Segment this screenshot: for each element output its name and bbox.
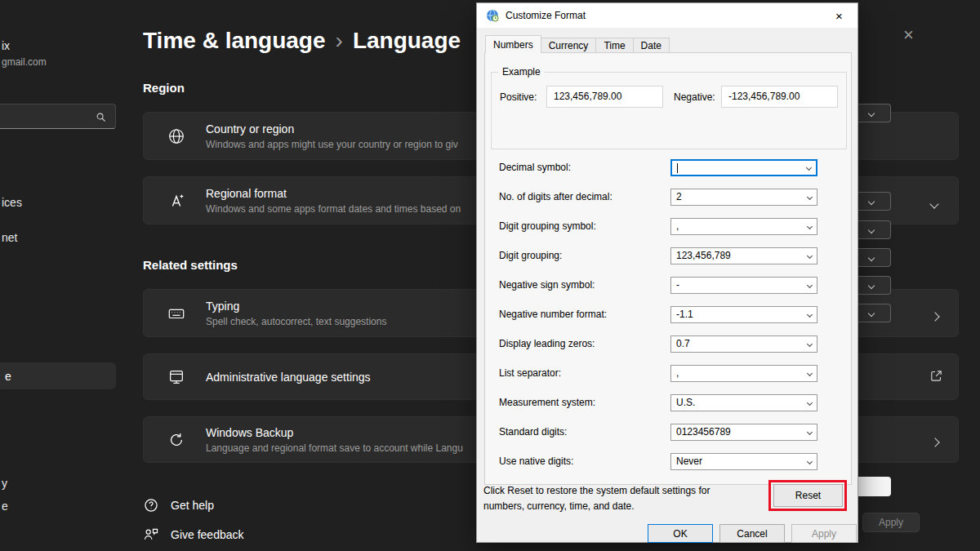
chevron-down-icon[interactable]: [802, 430, 817, 434]
button-fragment[interactable]: [858, 477, 891, 496]
combo-value: 0.7: [671, 336, 802, 352]
chevron-right-icon[interactable]: [932, 309, 938, 323]
card-text: Windows Backup Language and regional for…: [206, 426, 463, 454]
sidebar-item-label: e: [5, 370, 11, 383]
give-feedback-label: Give feedback: [171, 528, 244, 541]
row-label: Decimal symbol:: [499, 159, 571, 176]
row-label: Standard digits:: [499, 424, 567, 440]
user-email-fragment: gmail.com: [2, 56, 47, 68]
chevron-down-icon[interactable]: [802, 313, 817, 317]
negative-example-field: -123,456,789.00: [721, 86, 838, 108]
close-icon[interactable]: ×: [903, 24, 914, 46]
text-caret: [677, 163, 678, 173]
dropdown-fragment[interactable]: [858, 192, 891, 211]
chevron-down-icon: [868, 254, 875, 260]
chevron-down-icon: [868, 226, 875, 233]
negative-sign-symbol-combobox[interactable]: -: [670, 277, 817, 294]
sidebar-item-devices[interactable]: ices: [2, 196, 22, 209]
regional-format-icon: [167, 191, 186, 211]
get-help-link[interactable]: Get help: [143, 497, 214, 513]
chevron-down-icon[interactable]: [802, 460, 817, 464]
row-label: Digit grouping symbol:: [499, 218, 596, 234]
negative-number-format-combobox[interactable]: -1.1: [670, 306, 817, 323]
sidebar-item-privacy[interactable]: y: [2, 477, 7, 490]
tab-currency[interactable]: Currency: [541, 38, 597, 53]
combo-value: -: [671, 278, 802, 293]
digit-grouping-symbol-combobox[interactable]: ,: [670, 218, 817, 235]
dropdown-fragment[interactable]: [858, 104, 891, 122]
chevron-down-icon[interactable]: [802, 195, 817, 199]
card-subtitle: Spell check, autocorrect, text suggestio…: [206, 316, 386, 327]
combo-value: -1.1: [671, 307, 802, 322]
chevron-down-icon[interactable]: [801, 166, 816, 170]
chevron-down-icon[interactable]: [802, 342, 817, 346]
dropdown-fragment[interactable]: [858, 220, 891, 239]
measurement-system-combobox[interactable]: U.S.: [670, 394, 817, 411]
admin-language-icon: [167, 367, 186, 387]
combo-value: ,: [671, 366, 802, 381]
chevron-right-icon[interactable]: [932, 434, 938, 449]
search-input[interactable]: [0, 104, 116, 129]
combo-value: 0123456789: [671, 424, 802, 440]
dropdown-fragment[interactable]: [858, 248, 891, 267]
sidebar-item-time-language-selected[interactable]: e: [0, 362, 116, 389]
sidebar-item-windows-update[interactable]: e: [2, 500, 8, 513]
close-button[interactable]: ×: [821, 3, 858, 28]
digit-grouping-combobox[interactable]: 123,456,789: [670, 247, 817, 264]
tab-numbers[interactable]: Numbers: [485, 35, 541, 53]
chevron-down-icon[interactable]: [802, 283, 817, 287]
negative-label: Negative:: [674, 91, 715, 103]
desktop: ix gmail.com ices net e y e Time & langu…: [0, 0, 980, 551]
cancel-button[interactable]: Cancel: [719, 524, 785, 543]
dropdown-fragment[interactable]: [858, 304, 891, 322]
standard-digits-combobox[interactable]: 0123456789: [670, 424, 817, 441]
positive-label: Positive:: [500, 91, 537, 103]
chevron-down-icon: [868, 109, 875, 116]
row-label: Use native digits:: [499, 453, 573, 469]
list-separator-combobox[interactable]: ,: [670, 365, 817, 382]
reset-description: Click Reset to restore the system defaul…: [483, 483, 769, 514]
row-digit-grouping-symbol: Digit grouping symbol: ,: [477, 218, 859, 234]
row-negative-number-format: Negative number format: -1.1: [477, 306, 859, 322]
chevron-down-icon[interactable]: [802, 371, 817, 375]
dialog-titlebar[interactable]: Customize Format ×: [477, 3, 858, 28]
sidebar-item-network[interactable]: net: [2, 231, 17, 244]
section-heading-related: Related settings: [143, 258, 238, 272]
positive-example-field: 123,456,789.00: [546, 86, 663, 108]
card-title: Administrative language settings: [206, 371, 371, 384]
search-icon: [95, 111, 107, 123]
external-link-icon[interactable]: [929, 369, 943, 386]
card-subtitle: Language and regional format save to acc…: [206, 442, 463, 454]
get-help-label: Get help: [171, 499, 214, 512]
row-label: Measurement system:: [499, 394, 595, 411]
combo-value: 123,456,789: [671, 248, 802, 264]
display-leading-zeros-combobox[interactable]: 0.7: [670, 335, 817, 353]
chevron-down-icon[interactable]: [802, 224, 817, 229]
decimal-symbol-combobox[interactable]: [670, 159, 817, 176]
chevron-down-icon[interactable]: [931, 196, 938, 211]
breadcrumb-parent[interactable]: Time & language: [143, 28, 326, 53]
chevron-down-icon: [868, 309, 875, 316]
ok-button[interactable]: OK: [648, 524, 713, 543]
row-digits-after-decimal: No. of digits after decimal: 2: [477, 189, 859, 205]
reset-button[interactable]: Reset: [773, 484, 843, 507]
tab-date[interactable]: Date: [634, 38, 670, 53]
give-feedback-link[interactable]: Give feedback: [143, 527, 244, 543]
chevron-down-icon[interactable]: [802, 254, 817, 258]
help-icon: [143, 497, 159, 513]
dropdown-fragment[interactable]: [858, 276, 891, 295]
combo-value: ,: [671, 219, 802, 234]
row-label: Digit grouping:: [499, 247, 562, 264]
digits-after-decimal-combobox[interactable]: 2: [670, 189, 817, 206]
chevron-down-icon[interactable]: [802, 401, 817, 405]
card-text: Typing Spell check, autocorrect, text su…: [206, 300, 386, 327]
region-globe-icon: [486, 9, 499, 22]
example-group-label: Example: [498, 66, 545, 78]
row-measurement-system: Measurement system: U.S.: [477, 394, 859, 411]
combo-value: 2: [671, 189, 802, 205]
card-title: Regional format: [206, 187, 461, 200]
row-display-leading-zeros: Display leading zeros: 0.7: [477, 335, 859, 352]
use-native-digits-combobox[interactable]: Never: [670, 453, 817, 470]
chevron-down-icon: [868, 198, 875, 204]
tab-time[interactable]: Time: [596, 38, 633, 53]
